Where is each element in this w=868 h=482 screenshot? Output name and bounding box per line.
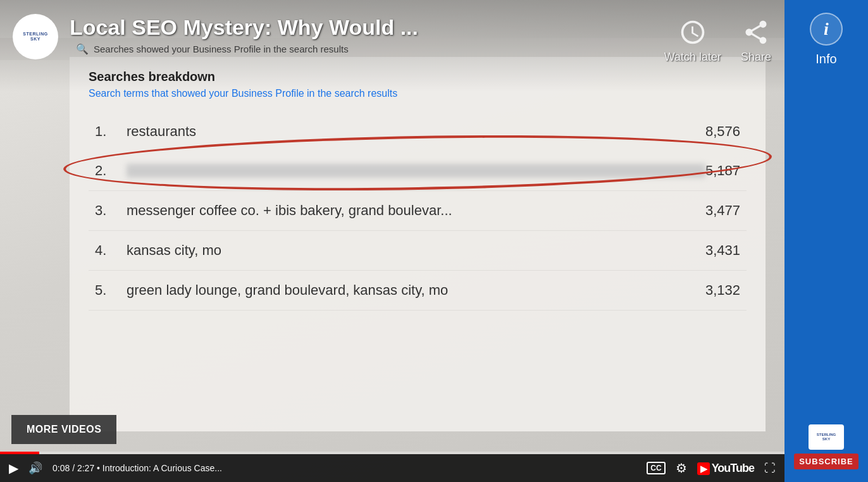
info-icon: i [824, 19, 829, 39]
item-count: 3,477 [705, 202, 740, 219]
list-item: 1. restaurants 8,576 [89, 112, 747, 151]
volume-icon: 🔊 [28, 461, 42, 475]
item-count: 5,187 [705, 163, 740, 179]
item-name: messenger coffee co. + ibis bakery, gran… [127, 202, 705, 219]
play-button[interactable]: ▶ [9, 460, 18, 476]
subscribe-button[interactable]: SUBSCRIBE [794, 454, 859, 469]
info-label: Info [815, 52, 836, 66]
content-area: Searches breakdown Search terms that sho… [70, 57, 766, 431]
subscribe-area: STERLINGSKY SUBSCRIBE [794, 424, 859, 469]
youtube-logo-text: ▶YouTube [697, 462, 754, 475]
list-item: 2. 5,187 [89, 151, 747, 191]
item-number: 3. [95, 202, 127, 219]
bottom-controls-bar: ▶ 🔊 0:08 / 2:27 • Introduction: A Curiou… [0, 454, 784, 482]
share-label: Share [741, 51, 771, 64]
youtube-logo: ▶YouTube [697, 462, 754, 475]
share-button[interactable]: Share [740, 16, 772, 64]
item-name-blurred [127, 164, 705, 178]
watch-later-button[interactable]: Watch later [664, 16, 721, 64]
cc-button[interactable]: CC [647, 462, 665, 474]
list-item: 4. kansas city, mo 3,431 [89, 231, 747, 271]
cc-icon: CC [647, 462, 665, 474]
sterling-sky-logo-small: STERLINGSKY [809, 424, 844, 450]
info-button[interactable]: i [810, 13, 843, 46]
video-player: 🔍 Searches showed your Business Profile … [0, 0, 784, 482]
more-videos-button[interactable]: MORE VIDEOS [11, 415, 116, 444]
fullscreen-icon: ⛶ [764, 462, 776, 475]
share-icon [740, 16, 772, 48]
top-controls-row: Watch later Share [664, 16, 772, 64]
search-results-list: 1. restaurants 8,576 2. 5,187 3. messeng… [89, 112, 747, 311]
channel-logo[interactable]: STERLINGSKY [13, 14, 58, 59]
item-name: kansas city, mo [127, 242, 705, 259]
top-overlay-bar: STERLINGSKY Local SEO Mystery: Why Would… [0, 0, 784, 92]
total-time: 2:27 [77, 463, 94, 473]
settings-button[interactable]: ⚙ [676, 460, 687, 476]
item-name: restaurants [127, 123, 705, 140]
current-time: 0:08 [53, 463, 70, 473]
right-sidebar: i Info STERLINGSKY SUBSCRIBE [784, 0, 868, 482]
play-icon: ▶ [9, 460, 18, 476]
item-count: 3,132 [705, 282, 740, 299]
chapter-separator: • [97, 463, 102, 473]
item-number: 4. [95, 242, 127, 259]
time-display: 0:08 / 2:27 • Introduction: A Curious Ca… [53, 463, 636, 473]
settings-icon: ⚙ [676, 460, 687, 476]
list-item: 3. messenger coffee co. + ibis bakery, g… [89, 191, 747, 231]
chapter-title: Introduction: A Curious Case... [102, 463, 222, 473]
channel-logo-text: STERLINGSKY [23, 32, 47, 42]
fullscreen-button[interactable]: ⛶ [764, 462, 776, 475]
item-number: 1. [95, 123, 127, 140]
watch-later-icon [677, 16, 709, 48]
list-item: 5. green lady lounge, grand boulevard, k… [89, 271, 747, 311]
video-title: Local SEO Mystery: Why Would ... [70, 11, 664, 40]
item-number: 5. [95, 282, 127, 299]
item-number: 2. [95, 163, 127, 179]
watch-later-label: Watch later [664, 51, 721, 64]
item-name: green lady lounge, grand boulevard, kans… [127, 282, 705, 299]
item-count: 8,576 [705, 123, 740, 140]
volume-button[interactable]: 🔊 [28, 461, 42, 475]
time-separator: / [72, 463, 77, 473]
item-count: 3,431 [705, 242, 740, 259]
